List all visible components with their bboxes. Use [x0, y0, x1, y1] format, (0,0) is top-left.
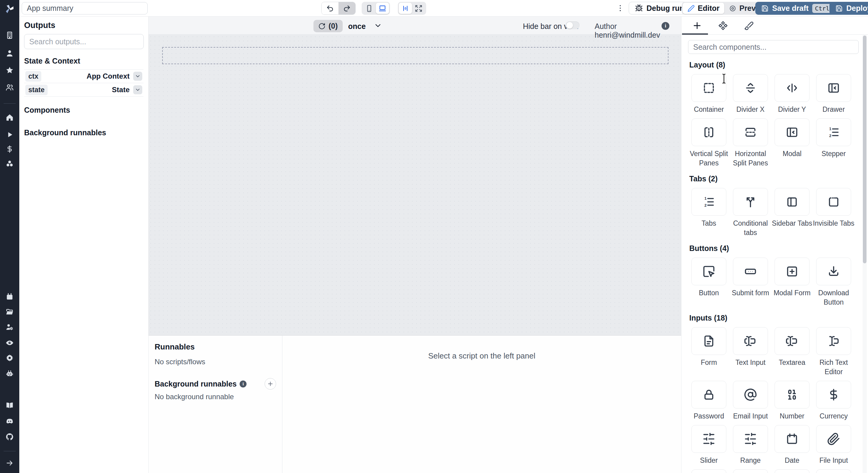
- groups-icon[interactable]: [5, 83, 14, 92]
- component-file-input[interactable]: File Input: [813, 425, 855, 465]
- component-divider-x[interactable]: Divider X: [730, 74, 771, 114]
- component-modal[interactable]: Modal: [771, 118, 813, 168]
- add-background-runnable-button[interactable]: [265, 378, 276, 389]
- tab-components-icon[interactable]: [715, 17, 732, 34]
- text-input-icon[interactable]: [733, 327, 768, 355]
- component-download-button[interactable]: Download Button: [813, 258, 855, 307]
- component-text-input[interactable]: Text Input: [730, 327, 771, 377]
- number-binary-icon[interactable]: [775, 381, 809, 409]
- tab-theme-paintbrush-icon[interactable]: [741, 17, 757, 34]
- component-tabs[interactable]: 12 Tabs: [688, 188, 730, 238]
- component-horizontal-split-panes[interactable]: Horizontal Split Panes: [730, 118, 771, 168]
- chevron-down-icon[interactable]: [133, 85, 142, 94]
- component-drawer[interactable]: Drawer: [813, 74, 855, 114]
- form-icon[interactable]: [691, 327, 726, 355]
- component-partial[interactable]: [688, 469, 730, 473]
- expand-canvas-button[interactable]: [412, 3, 425, 14]
- textarea-icon[interactable]: [775, 327, 809, 355]
- empty-component-placeholder[interactable]: [162, 47, 669, 64]
- component-rich-text-editor[interactable]: Rich Text Editor: [813, 327, 855, 377]
- search-outputs-input[interactable]: [24, 34, 144, 49]
- divider-y-icon[interactable]: [775, 74, 809, 102]
- desktop-view-button[interactable]: [376, 3, 389, 14]
- modal-icon[interactable]: [775, 118, 809, 146]
- component-slider[interactable]: Slider: [688, 425, 730, 465]
- vertical-split-icon[interactable]: [691, 118, 726, 146]
- search-components-input[interactable]: [688, 40, 859, 54]
- component-partial[interactable]: [730, 469, 771, 473]
- drawer-icon[interactable]: [816, 74, 851, 102]
- state-row[interactable]: state State: [24, 83, 144, 97]
- schedules-calendar-icon[interactable]: [5, 292, 14, 301]
- component-currency[interactable]: Currency: [813, 381, 855, 421]
- rich-text-editor-icon[interactable]: [816, 327, 851, 355]
- redo-button[interactable]: [338, 2, 355, 14]
- discord-icon[interactable]: [5, 417, 14, 425]
- range-icon[interactable]: [733, 425, 768, 453]
- component-modal-form[interactable]: Modal Form: [771, 258, 813, 307]
- info-icon[interactable]: i: [240, 380, 247, 387]
- workspace-icon[interactable]: [5, 31, 14, 39]
- button-icon[interactable]: [691, 258, 726, 285]
- divider-x-icon[interactable]: [733, 74, 768, 102]
- component-partial[interactable]: [771, 469, 813, 473]
- component-stepper[interactable]: 12 Stepper: [813, 118, 855, 168]
- invisible-tabs-icon[interactable]: [816, 188, 851, 216]
- component-sidebar-tabs[interactable]: Sidebar Tabs: [771, 188, 813, 238]
- email-at-icon[interactable]: [733, 381, 768, 409]
- undo-button[interactable]: [321, 2, 338, 14]
- favorites-star-icon[interactable]: [5, 66, 14, 74]
- component-vertical-split-panes[interactable]: Vertical Split Panes: [688, 118, 730, 168]
- workers-icon[interactable]: [5, 323, 14, 332]
- file-input-paperclip-icon[interactable]: [816, 425, 851, 453]
- github-icon[interactable]: [5, 433, 14, 441]
- component-password[interactable]: Password: [688, 381, 730, 421]
- center-canvas-button[interactable]: 0: [399, 3, 412, 14]
- download-icon[interactable]: [816, 258, 851, 285]
- collapse-arrow-icon[interactable]: [5, 459, 14, 467]
- component-conditional-tabs[interactable]: Conditional tabs: [730, 188, 771, 238]
- tab-insert-component[interactable]: [689, 17, 706, 34]
- recompute-mode-label[interactable]: once: [348, 22, 366, 31]
- component-divider-y[interactable]: Divider Y: [771, 74, 813, 114]
- component-email-input[interactable]: Email Input: [730, 381, 771, 421]
- audit-eye-icon[interactable]: [5, 339, 14, 347]
- app-summary-input[interactable]: [22, 2, 148, 14]
- hide-bar-toggle[interactable]: [566, 21, 580, 29]
- home-icon[interactable]: [5, 113, 14, 122]
- variables-dollar-icon[interactable]: [5, 145, 14, 153]
- resources-boule-icon[interactable]: [5, 159, 14, 169]
- conditional-tabs-icon[interactable]: [733, 188, 768, 216]
- component-form[interactable]: Form: [688, 327, 730, 377]
- runs-play-icon[interactable]: [5, 130, 14, 139]
- component-date[interactable]: Date: [771, 425, 813, 465]
- component-submit-form[interactable]: Submit form: [730, 258, 771, 307]
- app-canvas[interactable]: [149, 35, 681, 335]
- tabs-icon[interactable]: 12: [691, 188, 726, 216]
- component-invisible-tabs[interactable]: Invisible Tabs: [813, 188, 855, 238]
- folders-icon[interactable]: [5, 308, 14, 316]
- component-button[interactable]: Button: [688, 258, 730, 307]
- more-menu-icon[interactable]: [616, 4, 624, 13]
- stepper-icon[interactable]: 12: [816, 118, 851, 146]
- date-calendar-icon[interactable]: [775, 425, 809, 453]
- submit-form-icon[interactable]: [733, 258, 768, 285]
- component-number[interactable]: Number: [771, 381, 813, 421]
- scrollbar-thumb[interactable]: [863, 36, 867, 263]
- editor-tab[interactable]: Editor: [683, 3, 724, 14]
- deploy-button[interactable]: Deploy: [830, 2, 868, 15]
- horizontal-split-icon[interactable]: [733, 118, 768, 146]
- component-range[interactable]: Range: [730, 425, 771, 465]
- password-lock-icon[interactable]: [691, 381, 726, 409]
- currency-dollar-icon[interactable]: [816, 381, 851, 409]
- modal-form-icon[interactable]: [775, 258, 809, 285]
- ai-robot-icon[interactable]: [5, 369, 14, 378]
- component-textarea[interactable]: Textarea: [771, 327, 813, 377]
- info-icon[interactable]: i: [661, 22, 670, 30]
- chevron-down-icon[interactable]: [374, 21, 382, 30]
- sidebar-tabs-icon[interactable]: [775, 188, 809, 216]
- windmill-logo[interactable]: [4, 3, 16, 16]
- slider-icon[interactable]: [691, 425, 726, 453]
- mobile-view-button[interactable]: [363, 3, 376, 14]
- settings-gear-icon[interactable]: [5, 354, 14, 362]
